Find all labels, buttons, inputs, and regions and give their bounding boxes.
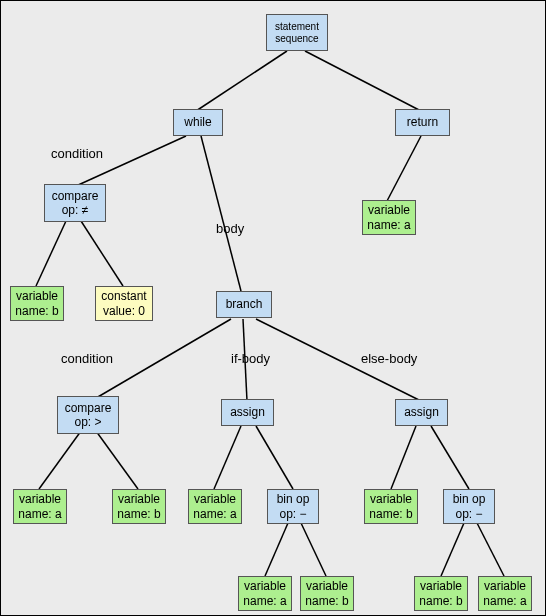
svg-line-17 (301, 523, 326, 576)
edge-label-condition: condition (51, 146, 103, 161)
node-var-b-cmp2: variable name: b (112, 489, 166, 524)
node-compare-ne: compare op: ≠ (44, 184, 106, 222)
svg-line-1 (305, 51, 421, 111)
node-var-b-binop2: variable name: b (414, 576, 468, 611)
edge-label-else-body: else-body (361, 351, 417, 366)
node-while: while (173, 109, 223, 136)
node-binop-1: bin op op: − (267, 489, 319, 524)
svg-line-3 (201, 136, 241, 291)
edge-label-body: body (216, 221, 244, 236)
svg-line-14 (391, 426, 416, 489)
node-const-0: constant value: 0 (95, 286, 153, 321)
svg-line-12 (214, 426, 241, 489)
node-var-a-binop2: variable name: a (478, 576, 532, 611)
svg-line-19 (477, 523, 504, 576)
svg-line-11 (96, 431, 138, 489)
node-branch: branch (216, 291, 272, 318)
node-binop-2: bin op op: − (443, 489, 495, 524)
edge-label-condition-2: condition (61, 351, 113, 366)
node-var-a-binop1: variable name: a (238, 576, 292, 611)
svg-line-0 (196, 51, 287, 111)
node-var-a-assign1: variable name: a (188, 489, 242, 524)
svg-line-13 (256, 426, 293, 489)
node-var-b-binop1: variable name: b (300, 576, 354, 611)
node-return: return (395, 109, 450, 136)
node-var-a-cmp2: variable name: a (13, 489, 67, 524)
node-assign-if: assign (221, 399, 274, 426)
edge-label-if-body: if-body (231, 351, 270, 366)
ast-diagram: statement sequence while return conditio… (0, 0, 546, 616)
node-compare-gt: compare op: > (57, 396, 119, 434)
node-statement-sequence: statement sequence (266, 14, 328, 51)
svg-line-16 (265, 523, 288, 576)
svg-line-2 (76, 136, 186, 186)
svg-line-6 (81, 221, 123, 286)
node-var-a-return: variable name: a (362, 200, 416, 235)
svg-line-4 (387, 136, 421, 201)
node-assign-else: assign (395, 399, 448, 426)
svg-line-18 (441, 523, 464, 576)
node-var-b-assign2: variable name: b (364, 489, 418, 524)
svg-line-15 (431, 426, 469, 489)
node-var-b-cmp1: variable name: b (10, 286, 64, 321)
svg-line-5 (36, 221, 66, 286)
svg-line-10 (39, 431, 81, 489)
